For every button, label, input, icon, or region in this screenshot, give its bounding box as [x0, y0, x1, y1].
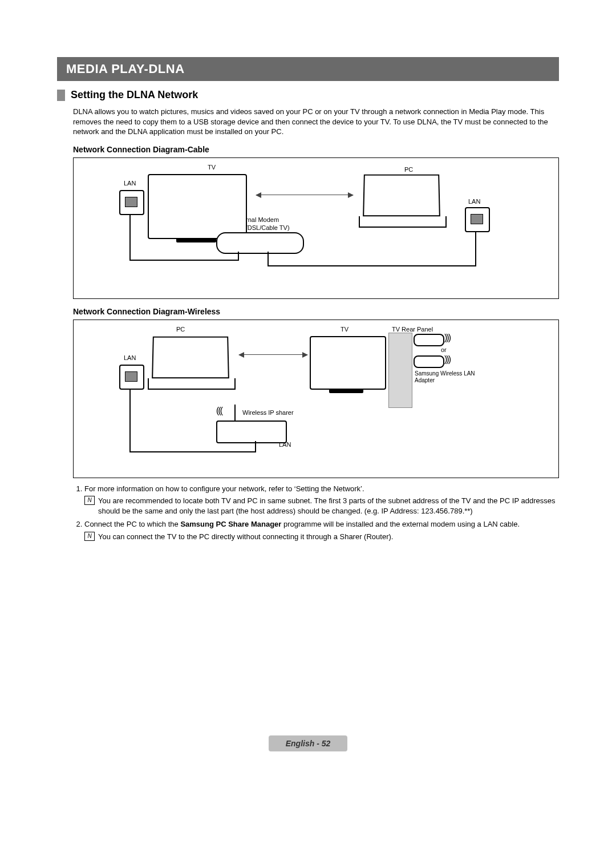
laptop-icon: [148, 336, 233, 387]
cable-icon: [255, 441, 256, 452]
section-intro: DLNA allows you to watch pictures, music…: [73, 107, 559, 137]
wifi-signal-icon: ))): [444, 354, 450, 365]
cable-icon: [268, 252, 269, 266]
tv-stand-icon: [176, 238, 216, 242]
lan-port-icon: [119, 365, 144, 390]
instruction-1-text: For more information on how to configure…: [84, 484, 364, 493]
label-rear-panel: TV Rear Panel: [392, 326, 433, 333]
double-arrow-icon: [256, 195, 353, 195]
label-lan-right: LAN: [468, 198, 480, 205]
page-footer: English - 52: [57, 735, 559, 751]
cable-icon: [268, 265, 476, 266]
cable-icon: [238, 252, 239, 261]
lan-port-icon: [119, 190, 144, 215]
usb-dongle-icon: [414, 355, 444, 368]
label-pc: PC: [176, 326, 185, 333]
usb-dongle-icon: [414, 334, 444, 346]
note-2-text: You can connect the TV to the PC directl…: [98, 532, 393, 542]
label-lan-left: LAN: [124, 180, 136, 187]
tv-icon: [310, 336, 386, 390]
instruction-item-1: For more information on how to configure…: [84, 484, 559, 516]
double-arrow-icon: [239, 354, 307, 355]
label-tv: TV: [341, 326, 348, 333]
note-icon: N: [84, 496, 95, 505]
note-row: N You can connect the TV to the PC direc…: [84, 532, 559, 542]
antenna-icon: [234, 405, 236, 422]
diagram-cable: TV PC LAN LAN External Modem (ADSL/VDSL/…: [73, 157, 559, 299]
router-icon: [216, 421, 287, 443]
note-icon: N: [84, 532, 95, 541]
instruction-item-2: Connect the PC to which the Samsung PC S…: [84, 519, 559, 541]
cable-icon: [129, 451, 255, 452]
wifi-signal-icon: ))): [217, 406, 223, 416]
section-heading: Setting the DLNA Network: [57, 89, 559, 101]
diagram2-heading: Network Connection Diagram-Wireless: [73, 307, 559, 316]
laptop-icon: [359, 174, 444, 225]
label-wireless-sharer: Wireless IP sharer: [242, 409, 294, 416]
diagram1-heading: Network Connection Diagram-Cable: [73, 145, 559, 154]
section-title: Setting the DLNA Network: [71, 89, 198, 101]
title-bar: MEDIA PLAY-DLNA: [57, 57, 559, 81]
instruction-list: For more information on how to configure…: [73, 484, 559, 542]
instruction-2-text-c: programme will be installed and the exte…: [281, 520, 520, 528]
modem-icon: [216, 232, 304, 254]
cable-icon: [129, 214, 131, 260]
cable-icon: [129, 389, 131, 451]
label-adapter-2: Adapter: [415, 377, 435, 383]
tv-icon: [148, 174, 247, 239]
footer-page-label: English - 52: [269, 735, 348, 751]
section-marker-icon: [57, 90, 65, 101]
lan-port-icon: [465, 207, 490, 232]
label-tv: TV: [208, 164, 216, 171]
instruction-2-text-a: Connect the PC to which the: [84, 520, 180, 528]
note-1-text: You are recommended to locate both TV an…: [98, 496, 559, 516]
note-row: N You are recommended to locate both TV …: [84, 496, 559, 516]
tv-stand-icon: [329, 389, 363, 393]
label-lan: LAN: [124, 354, 136, 361]
wifi-signal-icon: ))): [444, 333, 450, 343]
label-adapter-1: Samsung Wireless LAN: [415, 370, 475, 377]
label-or: or: [441, 346, 447, 353]
label-pc: PC: [404, 166, 413, 173]
cable-icon: [475, 231, 476, 265]
cable-icon: [129, 260, 238, 261]
instruction-2-bold: Samsung PC Share Manager: [180, 520, 281, 528]
diagram-wireless: PC TV TV Rear Panel LAN or Samsung Wirel…: [73, 320, 559, 478]
tv-rear-panel-icon: [388, 333, 412, 408]
